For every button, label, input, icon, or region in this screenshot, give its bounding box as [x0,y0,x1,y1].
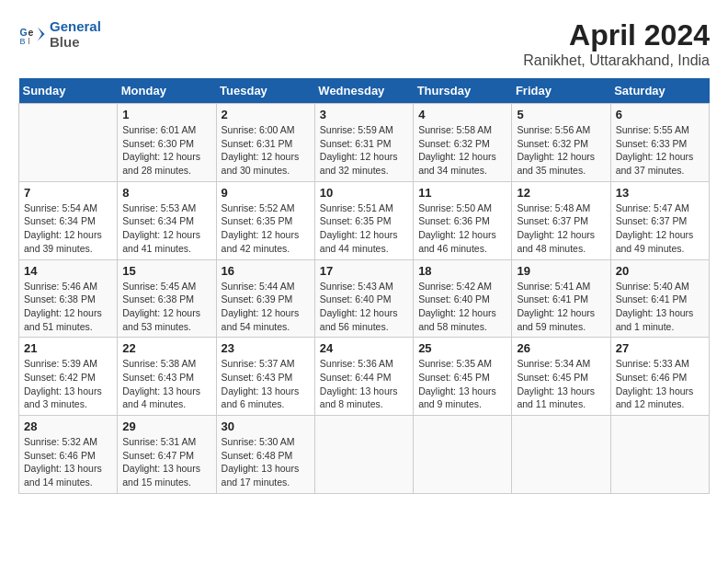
day-number: 16 [222,264,310,278]
day-info: Sunrise: 5:48 AM Sunset: 6:37 PM Dayligh… [517,201,605,256]
week-row-2: 7Sunrise: 5:54 AM Sunset: 6:34 PM Daylig… [19,181,710,259]
day-number: 7 [24,186,112,200]
day-info: Sunrise: 5:45 AM Sunset: 6:38 PM Dayligh… [122,280,210,334]
day-number: 28 [24,419,112,433]
day-number: 1 [122,108,210,121]
svg-text:G: G [20,27,28,38]
col-header-wednesday: Wednesday [314,78,413,104]
day-number: 12 [517,186,605,200]
week-row-5: 28Sunrise: 5:32 AM Sunset: 6:46 PM Dayli… [19,416,710,494]
day-info: Sunrise: 5:34 AM Sunset: 6:45 PM Dayligh… [517,357,605,411]
calendar-cell: 1Sunrise: 6:01 AM Sunset: 6:30 PM Daylig… [118,104,216,182]
col-header-friday: Friday [512,78,610,104]
svg-text:e: e [28,27,34,38]
day-info: Sunrise: 5:46 AM Sunset: 6:38 PM Dayligh… [24,280,112,334]
calendar-cell: 9Sunrise: 5:52 AM Sunset: 6:35 PM Daylig… [216,181,314,259]
calendar-cell [610,416,709,494]
calendar-cell: 7Sunrise: 5:54 AM Sunset: 6:34 PM Daylig… [19,181,118,259]
week-row-1: 1Sunrise: 6:01 AM Sunset: 6:30 PM Daylig… [19,104,710,182]
day-info: Sunrise: 5:37 AM Sunset: 6:43 PM Dayligh… [222,357,310,411]
day-number: 6 [616,108,704,121]
calendar-cell: 30Sunrise: 5:30 AM Sunset: 6:48 PM Dayli… [216,416,314,494]
day-info: Sunrise: 5:51 AM Sunset: 6:35 PM Dayligh… [320,201,408,256]
col-header-thursday: Thursday [414,78,512,104]
day-info: Sunrise: 5:36 AM Sunset: 6:44 PM Dayligh… [320,357,408,411]
calendar-cell: 11Sunrise: 5:50 AM Sunset: 6:36 PM Dayli… [414,181,512,259]
calendar-cell: 13Sunrise: 5:47 AM Sunset: 6:37 PM Dayli… [610,181,709,259]
svg-marker-4 [38,28,45,41]
col-header-sunday: Sunday [19,78,118,104]
day-info: Sunrise: 5:47 AM Sunset: 6:37 PM Dayligh… [616,201,704,256]
col-header-saturday: Saturday [610,78,709,104]
calendar-header-row: SundayMondayTuesdayWednesdayThursdayFrid… [19,78,710,104]
svg-text:B: B [20,37,26,46]
calendar-cell: 29Sunrise: 5:31 AM Sunset: 6:47 PM Dayli… [118,416,216,494]
day-number: 18 [418,264,506,278]
calendar-cell: 25Sunrise: 5:35 AM Sunset: 6:45 PM Dayli… [414,338,512,416]
day-number: 30 [222,419,310,433]
day-info: Sunrise: 5:54 AM Sunset: 6:34 PM Dayligh… [24,201,112,256]
day-number: 21 [24,341,112,355]
calendar-cell: 21Sunrise: 5:39 AM Sunset: 6:42 PM Dayli… [19,338,118,416]
logo-text: General Blue [50,18,101,50]
day-info: Sunrise: 5:30 AM Sunset: 6:48 PM Dayligh… [222,435,310,489]
day-number: 20 [616,264,704,278]
calendar-cell [512,416,610,494]
page-subtitle: Ranikhet, Uttarakhand, India [523,52,710,69]
calendar-cell: 14Sunrise: 5:46 AM Sunset: 6:38 PM Dayli… [19,259,118,338]
calendar-cell: 6Sunrise: 5:55 AM Sunset: 6:33 PM Daylig… [610,104,709,182]
day-number: 25 [418,341,506,355]
calendar-cell: 8Sunrise: 5:53 AM Sunset: 6:34 PM Daylig… [118,181,216,259]
day-info: Sunrise: 5:33 AM Sunset: 6:46 PM Dayligh… [616,357,704,411]
week-row-4: 21Sunrise: 5:39 AM Sunset: 6:42 PM Dayli… [19,338,710,416]
calendar-cell: 26Sunrise: 5:34 AM Sunset: 6:45 PM Dayli… [512,338,610,416]
svg-text:l: l [28,37,30,46]
day-number: 29 [122,419,210,433]
day-number: 8 [122,186,210,200]
day-number: 23 [222,341,310,355]
day-number: 24 [320,341,408,355]
calendar-cell [314,416,413,494]
day-number: 17 [320,264,408,278]
day-number: 9 [222,186,310,200]
calendar-cell: 23Sunrise: 5:37 AM Sunset: 6:43 PM Dayli… [216,338,314,416]
calendar-cell: 10Sunrise: 5:51 AM Sunset: 6:35 PM Dayli… [314,181,413,259]
calendar-cell: 24Sunrise: 5:36 AM Sunset: 6:44 PM Dayli… [314,338,413,416]
col-header-tuesday: Tuesday [216,78,314,104]
calendar-cell: 4Sunrise: 5:58 AM Sunset: 6:32 PM Daylig… [414,104,512,182]
calendar-cell: 19Sunrise: 5:41 AM Sunset: 6:41 PM Dayli… [512,259,610,338]
calendar-cell: 12Sunrise: 5:48 AM Sunset: 6:37 PM Dayli… [512,181,610,259]
calendar-cell: 22Sunrise: 5:38 AM Sunset: 6:43 PM Dayli… [118,338,216,416]
calendar-cell: 3Sunrise: 5:59 AM Sunset: 6:31 PM Daylig… [314,104,413,182]
calendar-table: SundayMondayTuesdayWednesdayThursdayFrid… [18,78,710,494]
calendar-cell: 28Sunrise: 5:32 AM Sunset: 6:46 PM Dayli… [19,416,118,494]
day-number: 13 [616,186,704,200]
day-number: 2 [222,108,310,121]
day-info: Sunrise: 5:40 AM Sunset: 6:41 PM Dayligh… [616,280,704,334]
day-number: 26 [517,341,605,355]
day-info: Sunrise: 5:53 AM Sunset: 6:34 PM Dayligh… [122,201,210,256]
calendar-cell: 5Sunrise: 5:56 AM Sunset: 6:32 PM Daylig… [512,104,610,182]
day-number: 4 [418,108,506,121]
day-number: 15 [122,264,210,278]
day-number: 3 [320,108,408,121]
day-number: 5 [517,108,605,121]
day-info: Sunrise: 5:55 AM Sunset: 6:33 PM Dayligh… [616,123,704,178]
day-info: Sunrise: 6:00 AM Sunset: 6:31 PM Dayligh… [222,123,310,178]
logo-icon: G e B l [18,20,46,48]
calendar-cell [19,104,118,182]
day-info: Sunrise: 5:42 AM Sunset: 6:40 PM Dayligh… [418,280,506,334]
calendar-cell: 16Sunrise: 5:44 AM Sunset: 6:39 PM Dayli… [216,259,314,338]
calendar-cell: 27Sunrise: 5:33 AM Sunset: 6:46 PM Dayli… [610,338,709,416]
day-number: 19 [517,264,605,278]
title-block: April 2024 Ranikhet, Uttarakhand, India [523,18,710,69]
day-info: Sunrise: 5:41 AM Sunset: 6:41 PM Dayligh… [517,280,605,334]
day-number: 14 [24,264,112,278]
page-header: G e B l General Blue April 2024 Ranikhet… [18,18,710,69]
day-info: Sunrise: 5:35 AM Sunset: 6:45 PM Dayligh… [418,357,506,411]
day-number: 22 [122,341,210,355]
calendar-cell [414,416,512,494]
day-info: Sunrise: 5:43 AM Sunset: 6:40 PM Dayligh… [320,280,408,334]
page-title: April 2024 [523,18,710,52]
day-info: Sunrise: 5:44 AM Sunset: 6:39 PM Dayligh… [222,280,310,334]
